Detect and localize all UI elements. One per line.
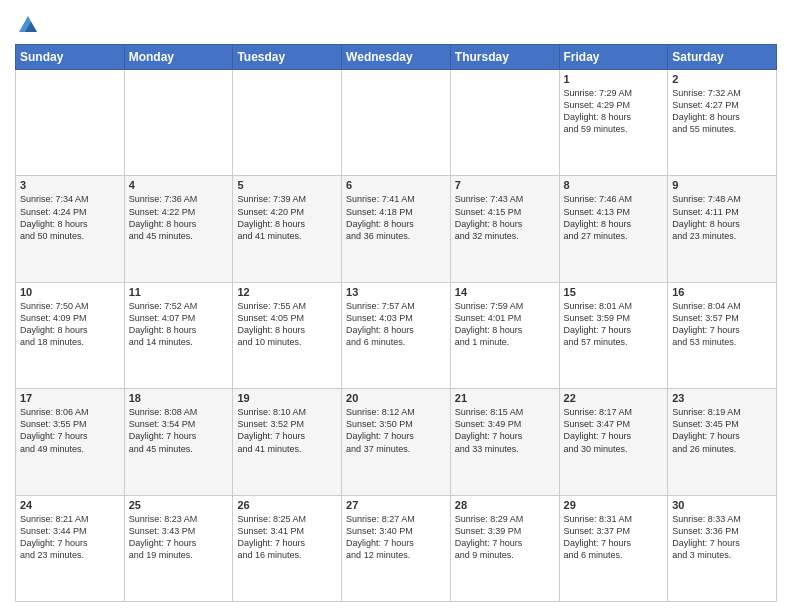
day-number: 17	[20, 392, 120, 404]
calendar-cell: 3Sunrise: 7:34 AM Sunset: 4:24 PM Daylig…	[16, 176, 125, 282]
calendar-cell: 27Sunrise: 8:27 AM Sunset: 3:40 PM Dayli…	[342, 495, 451, 601]
weekday-header-wednesday: Wednesday	[342, 45, 451, 70]
day-info: Sunrise: 7:29 AM Sunset: 4:29 PM Dayligh…	[564, 87, 664, 136]
day-info: Sunrise: 8:01 AM Sunset: 3:59 PM Dayligh…	[564, 300, 664, 349]
day-info: Sunrise: 8:19 AM Sunset: 3:45 PM Dayligh…	[672, 406, 772, 455]
calendar-cell: 25Sunrise: 8:23 AM Sunset: 3:43 PM Dayli…	[124, 495, 233, 601]
calendar-week-3: 10Sunrise: 7:50 AM Sunset: 4:09 PM Dayli…	[16, 282, 777, 388]
calendar-cell: 17Sunrise: 8:06 AM Sunset: 3:55 PM Dayli…	[16, 389, 125, 495]
day-info: Sunrise: 8:08 AM Sunset: 3:54 PM Dayligh…	[129, 406, 229, 455]
header	[15, 10, 777, 36]
day-number: 3	[20, 179, 120, 191]
weekday-header-sunday: Sunday	[16, 45, 125, 70]
calendar-cell	[342, 70, 451, 176]
calendar-cell: 26Sunrise: 8:25 AM Sunset: 3:41 PM Dayli…	[233, 495, 342, 601]
day-number: 28	[455, 499, 555, 511]
day-number: 16	[672, 286, 772, 298]
day-info: Sunrise: 7:59 AM Sunset: 4:01 PM Dayligh…	[455, 300, 555, 349]
calendar-cell: 9Sunrise: 7:48 AM Sunset: 4:11 PM Daylig…	[668, 176, 777, 282]
calendar-cell	[124, 70, 233, 176]
day-number: 27	[346, 499, 446, 511]
calendar-cell: 23Sunrise: 8:19 AM Sunset: 3:45 PM Dayli…	[668, 389, 777, 495]
day-info: Sunrise: 7:48 AM Sunset: 4:11 PM Dayligh…	[672, 193, 772, 242]
calendar-cell: 11Sunrise: 7:52 AM Sunset: 4:07 PM Dayli…	[124, 282, 233, 388]
calendar-cell: 29Sunrise: 8:31 AM Sunset: 3:37 PM Dayli…	[559, 495, 668, 601]
calendar-week-5: 24Sunrise: 8:21 AM Sunset: 3:44 PM Dayli…	[16, 495, 777, 601]
calendar-table: SundayMondayTuesdayWednesdayThursdayFrid…	[15, 44, 777, 602]
day-number: 7	[455, 179, 555, 191]
day-info: Sunrise: 7:41 AM Sunset: 4:18 PM Dayligh…	[346, 193, 446, 242]
weekday-header-row: SundayMondayTuesdayWednesdayThursdayFrid…	[16, 45, 777, 70]
weekday-header-friday: Friday	[559, 45, 668, 70]
day-number: 10	[20, 286, 120, 298]
day-info: Sunrise: 8:29 AM Sunset: 3:39 PM Dayligh…	[455, 513, 555, 562]
day-info: Sunrise: 7:50 AM Sunset: 4:09 PM Dayligh…	[20, 300, 120, 349]
day-info: Sunrise: 8:12 AM Sunset: 3:50 PM Dayligh…	[346, 406, 446, 455]
day-info: Sunrise: 8:15 AM Sunset: 3:49 PM Dayligh…	[455, 406, 555, 455]
day-number: 24	[20, 499, 120, 511]
logo	[15, 14, 39, 36]
calendar-cell: 13Sunrise: 7:57 AM Sunset: 4:03 PM Dayli…	[342, 282, 451, 388]
day-info: Sunrise: 7:46 AM Sunset: 4:13 PM Dayligh…	[564, 193, 664, 242]
day-info: Sunrise: 8:31 AM Sunset: 3:37 PM Dayligh…	[564, 513, 664, 562]
day-number: 5	[237, 179, 337, 191]
day-number: 13	[346, 286, 446, 298]
day-info: Sunrise: 8:27 AM Sunset: 3:40 PM Dayligh…	[346, 513, 446, 562]
calendar-week-4: 17Sunrise: 8:06 AM Sunset: 3:55 PM Dayli…	[16, 389, 777, 495]
day-number: 4	[129, 179, 229, 191]
calendar-cell	[16, 70, 125, 176]
day-number: 11	[129, 286, 229, 298]
calendar-cell: 22Sunrise: 8:17 AM Sunset: 3:47 PM Dayli…	[559, 389, 668, 495]
calendar-cell	[450, 70, 559, 176]
day-number: 18	[129, 392, 229, 404]
weekday-header-saturday: Saturday	[668, 45, 777, 70]
calendar-cell: 28Sunrise: 8:29 AM Sunset: 3:39 PM Dayli…	[450, 495, 559, 601]
day-number: 23	[672, 392, 772, 404]
day-number: 22	[564, 392, 664, 404]
calendar-cell: 8Sunrise: 7:46 AM Sunset: 4:13 PM Daylig…	[559, 176, 668, 282]
calendar-cell: 24Sunrise: 8:21 AM Sunset: 3:44 PM Dayli…	[16, 495, 125, 601]
day-info: Sunrise: 8:25 AM Sunset: 3:41 PM Dayligh…	[237, 513, 337, 562]
calendar-cell: 18Sunrise: 8:08 AM Sunset: 3:54 PM Dayli…	[124, 389, 233, 495]
calendar-cell: 1Sunrise: 7:29 AM Sunset: 4:29 PM Daylig…	[559, 70, 668, 176]
calendar-cell: 12Sunrise: 7:55 AM Sunset: 4:05 PM Dayli…	[233, 282, 342, 388]
day-number: 9	[672, 179, 772, 191]
calendar-cell: 21Sunrise: 8:15 AM Sunset: 3:49 PM Dayli…	[450, 389, 559, 495]
day-number: 1	[564, 73, 664, 85]
calendar-week-1: 1Sunrise: 7:29 AM Sunset: 4:29 PM Daylig…	[16, 70, 777, 176]
calendar-cell: 10Sunrise: 7:50 AM Sunset: 4:09 PM Dayli…	[16, 282, 125, 388]
calendar-cell: 4Sunrise: 7:36 AM Sunset: 4:22 PM Daylig…	[124, 176, 233, 282]
day-info: Sunrise: 7:55 AM Sunset: 4:05 PM Dayligh…	[237, 300, 337, 349]
calendar-cell: 19Sunrise: 8:10 AM Sunset: 3:52 PM Dayli…	[233, 389, 342, 495]
day-number: 19	[237, 392, 337, 404]
day-number: 21	[455, 392, 555, 404]
day-info: Sunrise: 8:33 AM Sunset: 3:36 PM Dayligh…	[672, 513, 772, 562]
day-info: Sunrise: 7:52 AM Sunset: 4:07 PM Dayligh…	[129, 300, 229, 349]
day-info: Sunrise: 7:57 AM Sunset: 4:03 PM Dayligh…	[346, 300, 446, 349]
day-info: Sunrise: 7:34 AM Sunset: 4:24 PM Dayligh…	[20, 193, 120, 242]
calendar-cell: 30Sunrise: 8:33 AM Sunset: 3:36 PM Dayli…	[668, 495, 777, 601]
day-number: 14	[455, 286, 555, 298]
day-info: Sunrise: 7:43 AM Sunset: 4:15 PM Dayligh…	[455, 193, 555, 242]
calendar-cell: 6Sunrise: 7:41 AM Sunset: 4:18 PM Daylig…	[342, 176, 451, 282]
page: SundayMondayTuesdayWednesdayThursdayFrid…	[0, 0, 792, 612]
day-info: Sunrise: 8:06 AM Sunset: 3:55 PM Dayligh…	[20, 406, 120, 455]
day-number: 2	[672, 73, 772, 85]
day-info: Sunrise: 7:39 AM Sunset: 4:20 PM Dayligh…	[237, 193, 337, 242]
calendar-week-2: 3Sunrise: 7:34 AM Sunset: 4:24 PM Daylig…	[16, 176, 777, 282]
day-number: 30	[672, 499, 772, 511]
calendar-cell	[233, 70, 342, 176]
calendar-cell: 16Sunrise: 8:04 AM Sunset: 3:57 PM Dayli…	[668, 282, 777, 388]
day-number: 15	[564, 286, 664, 298]
calendar-cell: 7Sunrise: 7:43 AM Sunset: 4:15 PM Daylig…	[450, 176, 559, 282]
day-number: 6	[346, 179, 446, 191]
calendar-cell: 20Sunrise: 8:12 AM Sunset: 3:50 PM Dayli…	[342, 389, 451, 495]
weekday-header-monday: Monday	[124, 45, 233, 70]
weekday-header-tuesday: Tuesday	[233, 45, 342, 70]
day-number: 29	[564, 499, 664, 511]
calendar-cell: 5Sunrise: 7:39 AM Sunset: 4:20 PM Daylig…	[233, 176, 342, 282]
calendar-cell: 14Sunrise: 7:59 AM Sunset: 4:01 PM Dayli…	[450, 282, 559, 388]
calendar-cell: 15Sunrise: 8:01 AM Sunset: 3:59 PM Dayli…	[559, 282, 668, 388]
calendar-cell: 2Sunrise: 7:32 AM Sunset: 4:27 PM Daylig…	[668, 70, 777, 176]
day-number: 26	[237, 499, 337, 511]
